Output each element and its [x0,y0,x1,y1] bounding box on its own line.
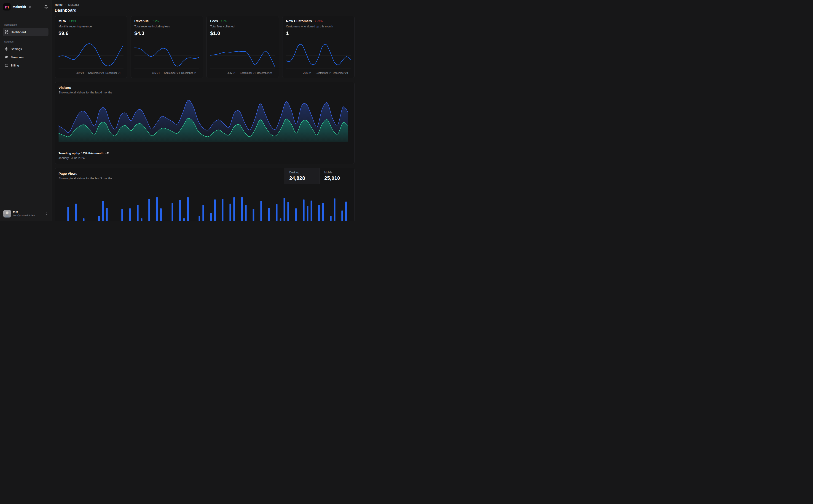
user-email: test@makerkit.dev [13,214,35,217]
stat-title: New Customers [286,19,312,23]
breadcrumb: Home Makerkit [55,3,355,6]
trend-arrow-icon: ↑ [151,20,153,22]
visitors-trend-text: Trending up by 5.2% this month [58,151,103,155]
desktop-label: Desktop [289,171,315,174]
chevrons-up-down-icon[interactable] [28,5,31,8]
trend-arrow-icon: ↑ [69,20,70,22]
page-views-subtitle: Showing total visitors for the last 3 mo… [58,177,281,180]
mobile-label: Mobile [324,171,350,174]
nav-section-label-settings: Settings [3,40,48,43]
stat-title: Revenue [134,19,149,23]
breadcrumb-current: Makerkit [68,3,79,6]
visitors-subtitle: Showing total visitors for the last 6 mo… [58,91,351,94]
spark-x-axis: July 24September 24December 24 [134,71,199,76]
mobile-value: 25,010 [324,175,350,181]
sparkline-chart [210,42,275,69]
stat-card-revenue: Revenue ↑12% Total revenue including fee… [130,16,203,78]
visitors-title: Visitors [58,86,351,90]
sidebar-item-members[interactable]: Members [3,53,48,61]
stat-value: $9.6 [58,30,123,36]
users-icon [5,55,8,59]
main-content: Home Makerkit Dashboard MRR ↑20% Monthly… [51,0,356,221]
stat-value: $4.3 [134,30,199,36]
page-title: Dashboard [55,8,355,13]
sidebar-nav: Application Dashboard Settings Settings … [3,23,48,69]
stat-title: Fees [210,19,218,23]
sidebar-item-label: Settings [11,47,22,51]
workspace-name: Makerkit [13,5,26,9]
stat-value: $1.0 [210,30,275,36]
spark-x-axis: July 24September 24December 24 [58,71,123,76]
sparkline-chart [286,42,351,69]
chevrons-up-down-icon [45,212,48,215]
trend-badge: ↑20% [69,20,76,22]
chevron-right-icon [64,4,66,6]
gear-icon [5,47,8,51]
spark-x-axis: July 24September 24December 24 [210,71,275,76]
stat-subtitle: Customers who signed up this month [286,25,351,28]
sidebar-item-label: Dashboard [11,30,26,34]
spark-x-axis: July 24September 24December 24 [286,71,351,76]
toggle-desktop[interactable]: Desktop 24,828 [285,168,320,184]
sidebar-item-label: Billing [11,64,19,67]
desktop-value: 24,828 [289,175,315,181]
stat-subtitle: Total fees collected [210,25,275,28]
trend-badge: ↑12% [151,20,159,22]
makerkit-logo: m [3,3,11,11]
stat-title: MRR [58,19,66,23]
trend-arrow-icon: ↑ [221,20,222,22]
trend-arrow-icon: ↓ [315,20,316,22]
trend-badge: ↑9% [221,20,227,22]
user-menu[interactable]: test test@makerkit.dev [3,209,48,218]
nav-section-label-application: Application [3,23,48,26]
sparkline-chart [134,42,199,69]
breadcrumb-home[interactable]: Home [55,3,62,6]
credit-card-icon [5,64,8,67]
stat-subtitle: Total revenue including fees [134,25,199,28]
workspace-selector[interactable]: m Makerkit [3,2,48,11]
trend-badge: ↓-25% [315,20,323,22]
page-views-title: Page Views [58,172,281,175]
sidebar-item-dashboard[interactable]: Dashboard [3,28,48,36]
stat-card-fees: Fees ↑9% Total fees collected $1.0 July … [206,16,279,78]
visitors-area-chart [58,99,351,142]
stat-card-new-customers: New Customers ↓-25% Customers who signed… [282,16,355,78]
visitors-date-range: January - June 2024 [58,157,351,160]
sparkline-chart [58,42,123,69]
user-name: test [13,210,35,214]
sidebar-item-billing[interactable]: Billing [3,61,48,69]
sidebar-item-settings[interactable]: Settings [3,45,48,53]
bell-icon[interactable] [44,5,48,9]
trending-up-icon [105,151,109,155]
dashboard-icon [5,30,8,34]
sidebar-item-label: Members [11,56,24,59]
stat-value: 1 [286,30,351,36]
page-views-card: Page Views Showing total visitors for th… [55,168,355,221]
toggle-mobile[interactable]: Mobile 25,010 [320,168,355,184]
stat-card-mrr: MRR ↑20% Monthly recurring revenue $9.6 … [55,16,127,78]
avatar [3,210,11,218]
visitors-card: Visitors Showing total visitors for the … [55,82,355,164]
sidebar: m Makerkit Application Dashboard Setting… [0,0,51,221]
page-views-bar-chart [58,187,351,221]
stat-cards-row: MRR ↑20% Monthly recurring revenue $9.6 … [55,16,355,78]
stat-subtitle: Monthly recurring revenue [58,25,123,28]
